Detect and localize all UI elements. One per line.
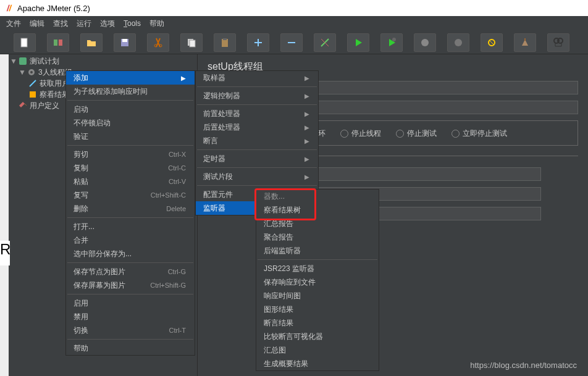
ctx-disable[interactable]: 禁用: [66, 310, 195, 324]
edge-artifact: R: [0, 241, 10, 265]
ctx-copy[interactable]: 复制Ctrl-C: [66, 161, 195, 175]
run-notimer-button[interactable]: [380, 33, 403, 52]
ctx-help[interactable]: 帮助: [66, 341, 195, 355]
menu-find[interactable]: 查找: [53, 19, 68, 29]
left-gutter: [0, 54, 9, 376]
ctx-truncated[interactable]: 器数...: [256, 190, 379, 203]
svg-point-11: [392, 38, 396, 41]
search-button[interactable]: [547, 33, 569, 52]
tree-root[interactable]: ▼ 测试计划: [0, 56, 197, 67]
listener-submenu: 器数... 察看结果树 汇总报告 聚合报告 后端监听器 JSR223 监听器 保…: [256, 189, 379, 371]
ctx-save-selection[interactable]: 选中部分保存为...: [66, 247, 195, 261]
ctx-assertion-results[interactable]: 断言结果: [256, 316, 379, 330]
ctx-test-fragment[interactable]: 测试片段▶: [196, 170, 318, 183]
svg-rect-18: [19, 57, 27, 65]
paste-button[interactable]: [214, 33, 236, 52]
sampler-icon: [28, 79, 37, 88]
cut-button[interactable]: [147, 33, 169, 52]
shutdown-button[interactable]: [447, 33, 469, 52]
ctx-sampler[interactable]: 取样器▶: [196, 71, 318, 85]
stop-button[interactable]: [414, 33, 436, 52]
ctx-postprocessor[interactable]: 后置处理器▶: [196, 120, 318, 134]
ctx-toggle[interactable]: 切换Ctrl-T: [66, 324, 195, 337]
threads-field[interactable]: [282, 167, 541, 181]
svg-rect-10: [223, 38, 227, 40]
tree-node-label: 获取用户: [40, 78, 69, 89]
ctx-generate-summary[interactable]: 生成概要结果: [256, 357, 379, 370]
copy-button[interactable]: [180, 33, 203, 52]
gear-icon: [27, 68, 36, 77]
ctx-add[interactable]: 添加▶: [66, 71, 195, 85]
ctx-response-time-graph[interactable]: 响应时间图: [256, 289, 379, 303]
svg-point-13: [455, 39, 462, 46]
svg-rect-0: [21, 38, 27, 47]
ctx-validate[interactable]: 验证: [66, 130, 195, 143]
ctx-start[interactable]: 启动: [66, 102, 195, 116]
testplan-icon: [19, 57, 27, 65]
ctx-graph-results[interactable]: 图形结果: [256, 303, 379, 316]
svg-rect-8: [190, 40, 195, 47]
toolbar: [0, 31, 588, 54]
templates-button[interactable]: [47, 33, 69, 52]
ctx-assertion[interactable]: 断言▶: [196, 134, 318, 148]
menubar: 文件 编辑 查找 运行 选项 Tools 帮助: [0, 16, 588, 31]
svg-rect-2: [59, 40, 62, 46]
ctx-start-no-pause[interactable]: 不停顿启动: [66, 116, 195, 130]
chevron-down-icon[interactable]: ▼: [10, 57, 16, 65]
tree-node-label: 察看结果: [40, 90, 69, 100]
ctx-cut[interactable]: 剪切Ctrl-X: [66, 148, 195, 161]
menu-tools[interactable]: Tools: [124, 19, 141, 28]
ctx-logic-controller[interactable]: 逻辑控制器▶: [196, 89, 318, 102]
menu-file[interactable]: 文件: [6, 19, 21, 29]
ctx-save-screen-image[interactable]: 保存屏幕为图片Ctrl+Shift-G: [66, 278, 195, 292]
svg-rect-1: [54, 40, 57, 46]
expand-button[interactable]: [247, 33, 269, 52]
ctx-jsr223-listener[interactable]: JSR223 监听器: [256, 262, 379, 275]
titlebar: Apache JMeter (5.2): [0, 0, 588, 16]
context-menu: 添加▶ 为子线程添加响应时间 启动 不停顿启动 验证 剪切Ctrl-X 复制Ct…: [65, 70, 195, 356]
svg-rect-21: [30, 91, 36, 98]
svg-point-12: [421, 39, 429, 46]
run-button[interactable]: [347, 33, 369, 52]
open-button[interactable]: [80, 33, 103, 52]
svg-point-20: [30, 71, 33, 73]
chevron-down-icon[interactable]: ▼: [19, 68, 25, 77]
ctx-preprocessor[interactable]: 前置处理器▶: [196, 107, 318, 120]
ctx-add-response-time[interactable]: 为子线程添加响应时间: [66, 85, 195, 98]
ctx-comparison-visualizer[interactable]: 比较断言可视化器: [256, 330, 379, 343]
save-button[interactable]: [114, 33, 136, 52]
app-icon: [5, 4, 14, 12]
menu-edit[interactable]: 编辑: [30, 19, 44, 29]
ctx-paste[interactable]: 粘贴Ctrl-V: [66, 175, 195, 188]
config-icon: [19, 101, 27, 110]
ctx-duplicate[interactable]: 复写Ctrl+Shift-C: [66, 188, 195, 202]
ctx-view-results-tree[interactable]: 察看结果树: [256, 203, 379, 217]
ctx-open[interactable]: 打开...: [66, 220, 195, 233]
ctx-enable[interactable]: 启用: [66, 296, 195, 310]
ctx-save-node-image[interactable]: 保存节点为图片Ctrl-G: [66, 265, 195, 278]
menu-options[interactable]: 选项: [100, 19, 115, 29]
tree-root-label: 测试计划: [30, 56, 59, 67]
clear-button[interactable]: [481, 33, 503, 52]
ctx-aggregate-graph[interactable]: 汇总图: [256, 343, 379, 357]
main-window: 文件 编辑 查找 运行 选项 Tools 帮助 ▼ 测试计划: [0, 16, 588, 376]
svg-rect-4: [122, 39, 127, 42]
radio-stop-now[interactable]: 立即停止测试: [452, 128, 507, 139]
clear-all-button[interactable]: [514, 33, 536, 52]
collapse-button[interactable]: [280, 33, 303, 52]
radio-stop-test[interactable]: 停止测试: [396, 128, 437, 139]
new-button[interactable]: [14, 33, 36, 52]
toggle-button[interactable]: [314, 33, 336, 52]
ctx-save-response[interactable]: 保存响应到文件: [256, 275, 379, 289]
radio-stop-thread[interactable]: 停止线程: [340, 128, 381, 139]
ctx-summary-report[interactable]: 汇总报告: [256, 217, 379, 230]
ctx-aggregate-report[interactable]: 聚合报告: [256, 230, 379, 244]
watermark: https://blog.csdn.net/tomatocc: [470, 361, 577, 370]
ctx-backend-listener[interactable]: 后端监听器: [256, 244, 379, 257]
ctx-timer[interactable]: 定时器▶: [196, 152, 318, 165]
ctx-merge[interactable]: 合并: [66, 233, 195, 247]
ctx-delete[interactable]: 删除Delete: [66, 202, 195, 215]
menu-run[interactable]: 运行: [77, 19, 91, 29]
menu-help[interactable]: 帮助: [149, 19, 164, 29]
tree-node-label: 用户定义: [30, 101, 59, 111]
